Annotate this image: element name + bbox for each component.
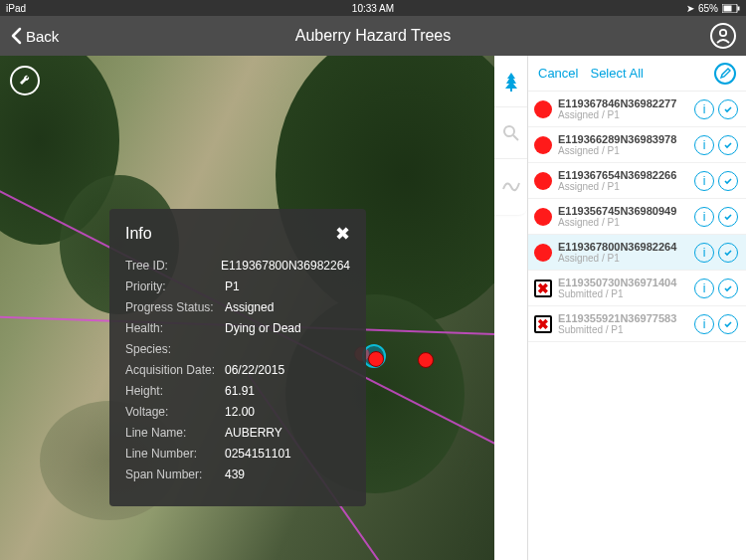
list-item-title: E119367846N36982277 <box>558 97 688 109</box>
svg-point-5 <box>504 126 514 136</box>
select-all-button[interactable]: Select All <box>590 66 643 81</box>
list-item-text: E119355921N36977583Submitted / P1 <box>558 312 688 335</box>
rail-tab-search[interactable] <box>494 107 527 159</box>
info-value: P1 <box>225 280 240 293</box>
check-icon[interactable] <box>718 171 738 191</box>
list-item[interactable]: E119367654N36982266Assigned / P1i <box>528 163 746 199</box>
list-item-actions: i <box>694 279 738 298</box>
info-value: Dying or Dead <box>225 321 301 335</box>
list-item[interactable]: E119356745N36980949Assigned / P1i <box>528 199 746 235</box>
info-value: 0254151101 <box>225 447 291 461</box>
list-item-title: E119350730N36971404 <box>558 277 688 288</box>
list-item-sub: Submitted / P1 <box>558 324 688 335</box>
info-row: Priority:P1 <box>125 280 350 293</box>
status-dot <box>534 136 552 154</box>
info-icon[interactable]: i <box>694 135 714 155</box>
info-value: E119367800N36982264 <box>221 259 350 273</box>
list-item[interactable]: E119367846N36982277Assigned / P1i <box>528 92 746 127</box>
info-icon[interactable]: i <box>694 99 714 119</box>
check-icon[interactable] <box>718 279 738 298</box>
list-item-sub: Assigned / P1 <box>558 217 688 228</box>
list-item[interactable]: ✖E119350730N36971404Submitted / P1i <box>528 271 746 306</box>
info-label: Voltage: <box>125 405 225 419</box>
info-label: Line Name: <box>125 426 225 440</box>
cancel-button[interactable]: Cancel <box>538 66 578 81</box>
list-item-sub: Assigned / P1 <box>558 181 688 192</box>
list-item-text: E119366289N36983978Assigned / P1 <box>558 133 688 156</box>
status-bar: iPad 10:33 AM ➤ 65% <box>0 0 746 16</box>
edit-button[interactable] <box>714 63 736 85</box>
info-label: Height: <box>125 384 225 398</box>
map-marker[interactable] <box>418 352 434 368</box>
list-item-title: E119366289N36983978 <box>558 133 688 145</box>
info-row: Species: <box>125 342 350 356</box>
chevron-left-icon <box>10 27 24 45</box>
back-button[interactable]: Back <box>10 27 59 45</box>
close-icon[interactable]: ✖ <box>335 223 350 245</box>
list-item-actions: i <box>694 135 738 155</box>
info-icon[interactable]: i <box>694 207 714 227</box>
svg-point-3 <box>720 30 726 36</box>
list-item-text: E119367846N36982277Assigned / P1 <box>558 97 688 120</box>
info-row: Line Number:0254151101 <box>125 447 350 461</box>
profile-button[interactable] <box>710 23 736 49</box>
check-icon[interactable] <box>718 314 738 334</box>
info-row: Span Number:439 <box>125 467 350 481</box>
map-marker[interactable] <box>368 351 384 367</box>
list-item-text: E119367800N36982264Assigned / P1 <box>558 241 688 264</box>
wrench-icon <box>17 73 33 89</box>
info-icon[interactable]: i <box>694 279 714 298</box>
info-row: Height:61.91 <box>125 384 350 398</box>
list-item-actions: i <box>694 207 738 227</box>
info-value: Assigned <box>225 300 274 314</box>
list-item-text: E119367654N36982266Assigned / P1 <box>558 169 688 192</box>
list-item[interactable]: ✖E119355921N36977583Submitted / P1i <box>528 306 746 342</box>
list-item-actions: i <box>694 243 738 263</box>
nav-bar: Back Auberry Hazard Trees <box>0 16 746 56</box>
battery-icon <box>722 4 740 13</box>
search-icon <box>502 124 520 142</box>
check-icon[interactable] <box>718 99 738 119</box>
tools-button[interactable] <box>10 66 40 95</box>
info-row: Tree ID:E119367800N36982264 <box>125 259 350 273</box>
status-dot <box>534 100 552 118</box>
map-area[interactable]: Info ✖ Tree ID:E119367800N36982264Priori… <box>0 56 494 560</box>
info-value: 06/22/2015 <box>225 363 284 377</box>
list-item-actions: i <box>694 171 738 191</box>
check-icon[interactable] <box>718 135 738 155</box>
side-header: Cancel Select All <box>528 56 746 92</box>
check-icon[interactable] <box>718 207 738 227</box>
list-item-sub: Assigned / P1 <box>558 145 688 156</box>
status-dot <box>534 208 552 226</box>
battery-label: 65% <box>698 3 718 14</box>
rail-tab-route[interactable] <box>494 159 527 211</box>
rail-tab-trees[interactable] <box>494 56 527 107</box>
svg-line-6 <box>513 135 518 140</box>
list-item-title: E119355921N36977583 <box>558 312 688 324</box>
list-item[interactable]: E119367800N36982264Assigned / P1i <box>528 235 746 271</box>
pencil-icon <box>720 68 731 79</box>
list-item-sub: Assigned / P1 <box>558 109 688 120</box>
info-label: Span Number: <box>125 467 225 481</box>
info-panel: Info ✖ Tree ID:E119367800N36982264Priori… <box>109 209 366 506</box>
info-label: Species: <box>125 342 225 356</box>
back-label: Back <box>26 28 59 45</box>
info-label: Priority: <box>125 280 225 293</box>
info-row: Progress Status:Assigned <box>125 300 350 314</box>
svg-rect-2 <box>738 6 740 10</box>
route-icon <box>501 177 521 193</box>
tree-list[interactable]: E119367846N36982277Assigned / P1iE119366… <box>528 92 746 560</box>
status-dot: ✖ <box>534 315 552 333</box>
list-item[interactable]: E119366289N36983978Assigned / P1i <box>528 127 746 163</box>
info-icon[interactable]: i <box>694 243 714 263</box>
list-item-sub: Submitted / P1 <box>558 288 688 299</box>
side-rail <box>494 56 527 215</box>
info-row: Voltage:12.00 <box>125 405 350 419</box>
info-value: AUBERRY <box>225 426 282 440</box>
info-icon[interactable]: i <box>694 314 714 334</box>
profile-icon <box>715 28 731 44</box>
status-dot: ✖ <box>534 280 552 297</box>
check-icon[interactable] <box>718 243 738 263</box>
info-icon[interactable]: i <box>694 171 714 191</box>
info-value: 12.00 <box>225 405 255 419</box>
